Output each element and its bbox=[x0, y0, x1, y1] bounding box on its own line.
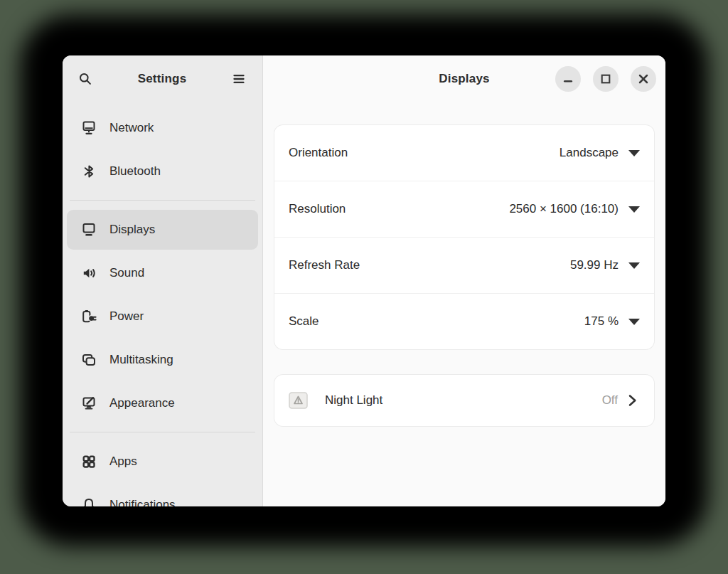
hamburger-menu-icon bbox=[230, 70, 247, 87]
night-light-row[interactable]: Night Light Off bbox=[274, 375, 654, 426]
search-icon bbox=[77, 70, 94, 87]
minimize-icon bbox=[562, 73, 574, 85]
sidebar-item-label: Displays bbox=[109, 223, 155, 237]
night-light-label: Night Light bbox=[325, 393, 602, 408]
sidebar-item-label: Notifications bbox=[109, 498, 176, 506]
sidebar-item-label: Sound bbox=[109, 266, 144, 280]
refresh-rate-value: 59.99 Hz bbox=[570, 258, 619, 272]
minimize-button[interactable] bbox=[555, 66, 581, 92]
sidebar-divider bbox=[70, 200, 255, 201]
scale-row[interactable]: Scale 175 % bbox=[274, 293, 654, 349]
sidebar-item-label: Power bbox=[109, 309, 144, 324]
main-panel: Displays bbox=[263, 55, 665, 506]
sidebar-item-label: Network bbox=[109, 121, 154, 135]
close-button[interactable] bbox=[631, 66, 656, 92]
sidebar-item-sound[interactable]: Sound bbox=[67, 253, 258, 293]
resolution-label: Resolution bbox=[289, 202, 509, 216]
main-menu-button[interactable] bbox=[230, 70, 248, 88]
apps-icon bbox=[80, 453, 97, 470]
resolution-value: 2560 × 1600 (16:10) bbox=[509, 202, 619, 216]
sidebar-title: Settings bbox=[95, 72, 230, 86]
chevron-right-icon bbox=[624, 393, 640, 408]
orientation-label: Orientation bbox=[289, 146, 560, 160]
resolution-row[interactable]: Resolution 2560 × 1600 (16:10) bbox=[274, 181, 654, 237]
dropdown-arrow-icon bbox=[628, 319, 640, 325]
sidebar-item-network[interactable]: Network bbox=[67, 108, 258, 148]
scale-value: 175 % bbox=[584, 314, 619, 329]
sidebar-item-label: Multitasking bbox=[109, 353, 173, 367]
refresh-rate-row[interactable]: Refresh Rate 59.99 Hz bbox=[274, 237, 654, 293]
sidebar-nav: Network Bluetooth Displays bbox=[63, 102, 262, 506]
dropdown-arrow-icon bbox=[628, 150, 640, 156]
sound-icon bbox=[80, 265, 97, 282]
orientation-value: Landscape bbox=[560, 146, 619, 160]
network-icon bbox=[80, 119, 97, 137]
sidebar-item-bluetooth[interactable]: Bluetooth bbox=[67, 152, 258, 191]
sidebar-item-power[interactable]: Power bbox=[67, 297, 258, 336]
sidebar: Settings Network bbox=[63, 55, 263, 506]
displays-icon bbox=[80, 221, 97, 238]
notifications-icon bbox=[80, 496, 97, 506]
sidebar-item-label: Bluetooth bbox=[109, 164, 161, 179]
main-headerbar: Displays bbox=[263, 55, 665, 102]
refresh-rate-label: Refresh Rate bbox=[289, 258, 570, 272]
close-icon bbox=[638, 73, 649, 85]
sidebar-item-notifications[interactable]: Notifications bbox=[67, 485, 258, 506]
sidebar-item-displays[interactable]: Displays bbox=[67, 210, 258, 250]
bluetooth-icon bbox=[80, 163, 97, 180]
maximize-button[interactable] bbox=[593, 66, 619, 92]
multitasking-icon bbox=[80, 351, 97, 368]
scale-label: Scale bbox=[289, 314, 584, 329]
sidebar-item-label: Appearance bbox=[109, 396, 175, 410]
sidebar-divider bbox=[70, 432, 255, 432]
power-icon bbox=[80, 308, 97, 325]
dropdown-arrow-icon bbox=[628, 206, 640, 213]
appearance-icon bbox=[80, 395, 97, 412]
maximize-icon bbox=[600, 73, 611, 85]
sidebar-item-label: Apps bbox=[109, 455, 137, 469]
sidebar-item-appearance[interactable]: Appearance bbox=[67, 383, 258, 423]
display-settings-content: Orientation Landscape Resolution 2560 × … bbox=[263, 102, 665, 426]
sidebar-headerbar: Settings bbox=[63, 55, 262, 102]
display-settings-group: Orientation Landscape Resolution 2560 × … bbox=[274, 125, 654, 349]
window-controls bbox=[555, 66, 656, 92]
search-button[interactable] bbox=[76, 70, 95, 88]
orientation-row[interactable]: Orientation Landscape bbox=[274, 125, 654, 181]
dropdown-arrow-icon bbox=[628, 262, 640, 269]
page-title: Displays bbox=[439, 72, 490, 86]
sidebar-item-apps[interactable]: Apps bbox=[67, 442, 258, 482]
settings-window: Settings Network bbox=[63, 55, 665, 506]
night-light-status: Off bbox=[602, 393, 618, 408]
sidebar-item-multitasking[interactable]: Multitasking bbox=[67, 340, 258, 380]
night-light-placeholder-icon bbox=[289, 392, 308, 410]
